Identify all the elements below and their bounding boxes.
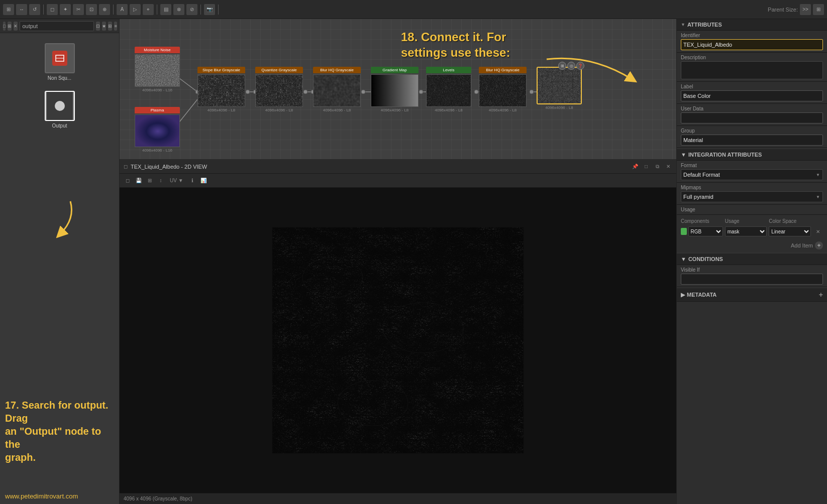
metadata-title: METADATA xyxy=(687,292,716,298)
parent-size-label: Parent Size: xyxy=(768,7,798,13)
metadata-plus-icon[interactable]: + xyxy=(819,291,823,299)
view-maximize-icon[interactable]: □ xyxy=(642,163,650,171)
lp-filter-icon[interactable]: ⊡ xyxy=(96,22,100,31)
graph-node-blur-hq1[interactable]: Blur HQ Grayscale 4096x4096 - L8 xyxy=(313,67,361,112)
svg-point-17 xyxy=(361,90,365,94)
view-close-icon[interactable]: ✕ xyxy=(664,163,672,171)
toolbar-grid-icon[interactable]: ⊞ xyxy=(3,4,14,15)
view-panel-toolbar-2: ◻ 💾 ⊞ ↕ UV ▼ ℹ 📊 xyxy=(120,174,676,188)
visible-if-label: Visible If xyxy=(681,267,823,273)
metadata-header[interactable]: ▶ METADATA + xyxy=(677,287,827,302)
library-node-output[interactable]: Output xyxy=(45,91,75,129)
mipmaps-select[interactable]: Full pyramid xyxy=(681,191,823,202)
add-item-icon[interactable]: + xyxy=(815,241,823,249)
components-select[interactable]: RGB xyxy=(688,226,723,236)
usage-select[interactable]: mask xyxy=(725,226,767,236)
identifier-label: Identifier xyxy=(681,33,823,38)
col-usage: Usage xyxy=(725,218,767,224)
label-row: Label xyxy=(677,82,827,104)
usage-row: Usage xyxy=(677,205,827,215)
view-content[interactable] xyxy=(120,188,676,493)
toolbar-shape-icon[interactable]: ▷ xyxy=(130,4,141,15)
view-icon-4[interactable]: ↕ xyxy=(157,177,165,185)
description-row: Description xyxy=(677,53,827,82)
search-input[interactable] xyxy=(20,21,94,31)
format-select[interactable]: Default Format xyxy=(681,169,823,180)
pin-icon[interactable]: 📌 xyxy=(631,163,639,171)
toolbar-select-icon[interactable]: ◻ xyxy=(47,4,58,15)
toolbar-erase-icon[interactable]: ✂ xyxy=(73,4,84,15)
view-float-icon[interactable]: ⧉ xyxy=(653,163,661,171)
user-data-input[interactable] xyxy=(681,112,823,123)
svg-rect-25 xyxy=(135,55,180,87)
lp-star-icon[interactable]: ★ xyxy=(102,22,106,31)
graph-node-quantize[interactable]: Quantize Grayscale 4096x4096 - L8 xyxy=(255,67,303,112)
attributes-title: ATTRIBUTES xyxy=(687,22,722,28)
library-node-non-square[interactable]: Non Squ... xyxy=(45,43,75,81)
label-label: Label xyxy=(681,84,823,89)
label-input[interactable] xyxy=(681,90,823,101)
color-space-select[interactable]: Linear xyxy=(769,226,811,236)
usage-label: Usage xyxy=(681,207,823,212)
view-panel-toolbar: ◻ TEX_Liquid_Albedo - 2D VIEW 📌 □ ⧉ ✕ xyxy=(120,160,676,174)
graph-node-gradient-map[interactable]: Gradient Map 4096x4096 - L8 xyxy=(371,67,419,112)
lp-view-icon[interactable]: ⊞ xyxy=(108,22,112,31)
toolbar-move-icon[interactable]: ↔ xyxy=(16,4,27,15)
graph-node-blur-hq2[interactable]: Blur HQ Grayscale 4096x4096 - L8 xyxy=(479,67,527,112)
view-icon-bar[interactable]: 📊 xyxy=(199,177,208,185)
view-icon-5[interactable]: ℹ xyxy=(188,177,196,185)
view-icon-3[interactable]: ⊞ xyxy=(146,177,154,185)
svg-point-19 xyxy=(419,90,423,94)
col-delete-header xyxy=(813,218,823,224)
lp-grid-icon[interactable]: ⊞ xyxy=(8,22,12,31)
view-icon-2[interactable]: 💾 xyxy=(135,177,143,185)
left-panel-toolbar: □ ⊞ ✕ ⊡ ★ ⊞ ≡ xyxy=(0,19,119,33)
toolbar-text-icon[interactable]: A xyxy=(117,4,128,15)
toolbar-fill-icon[interactable]: ⊕ xyxy=(99,4,110,15)
components-cell: RGB xyxy=(681,226,723,236)
toolbar-node-icon[interactable]: ⊗ xyxy=(173,4,184,15)
graph-node-output[interactable]: ⊞ ◎ ❓ 4096x4096 - L8 xyxy=(537,67,582,110)
attributes-header[interactable]: ▼ ATTRIBUTES xyxy=(677,19,827,31)
graph-node-moisture[interactable]: Moisture Noise 4096x4096 - L16 xyxy=(135,47,180,92)
integration-header[interactable]: ▼ INTEGRATION ATTRIBUTES xyxy=(677,148,827,161)
toolbar-clone-icon[interactable]: ⊡ xyxy=(86,4,97,15)
rgb-color-swatch[interactable] xyxy=(681,228,687,235)
graph-node-levels[interactable]: Levels 4096x4096 - L8 xyxy=(426,67,471,112)
toolbar-rotate-icon[interactable]: ↺ xyxy=(29,4,40,15)
toolbar-gradient-icon[interactable]: ▤ xyxy=(160,4,171,15)
svg-point-21 xyxy=(474,90,478,94)
toolbar-vector-icon[interactable]: ⌖ xyxy=(143,4,154,15)
non-square-label: Non Squ... xyxy=(48,75,71,81)
conditions-chevron: ▼ xyxy=(681,256,686,262)
view-panel: ◻ TEX_Liquid_Albedo - 2D VIEW 📌 □ ⧉ ✕ ◻ … xyxy=(120,160,676,504)
arrow-step17 xyxy=(50,199,80,240)
description-input[interactable] xyxy=(681,61,823,79)
non-square-thumb xyxy=(45,43,75,73)
lp-close-icon[interactable]: ✕ xyxy=(14,22,18,31)
svg-rect-32 xyxy=(314,75,361,107)
metadata-chevron: ▶ xyxy=(681,292,685,298)
identifier-input[interactable] xyxy=(681,39,823,50)
col-components: Components xyxy=(681,218,723,224)
toolbar-camera-icon[interactable]: 📷 xyxy=(204,4,215,15)
usage-delete-icon[interactable]: ✕ xyxy=(813,229,823,234)
toolbar-paint-icon[interactable]: ✦ xyxy=(60,4,71,15)
lp-list-icon[interactable]: ≡ xyxy=(114,22,117,31)
graph-node-plasma[interactable]: Plasma 4096x4096 - L16 xyxy=(135,107,180,153)
toolbar-link-icon[interactable]: ⊘ xyxy=(186,4,197,15)
non-square-icon xyxy=(52,51,67,66)
group-input[interactable] xyxy=(681,135,823,146)
toolbar-sep-3 xyxy=(157,5,157,15)
graph-node-slope-blur[interactable]: Slope Blur Grayscale 4096x4096 - L8 xyxy=(197,67,245,112)
svg-rect-26 xyxy=(135,115,180,147)
conditions-header[interactable]: ▼ CONDITIONS xyxy=(677,254,827,265)
view-icon-1[interactable]: ◻ xyxy=(124,177,132,185)
svg-point-23 xyxy=(530,90,534,94)
lp-maximize-icon[interactable]: □ xyxy=(3,22,6,31)
node-graph[interactable]: Moisture Noise 4096x4096 - L16 Plasma 40… xyxy=(120,19,676,160)
toolbar-settings-icon[interactable]: ⊞ xyxy=(813,4,824,15)
visible-if-input[interactable] xyxy=(681,274,823,285)
status-bar: 4096 x 4096 (Grayscale, 8bpc) xyxy=(120,493,676,504)
toolbar-expand-icon[interactable]: >> xyxy=(800,4,811,15)
